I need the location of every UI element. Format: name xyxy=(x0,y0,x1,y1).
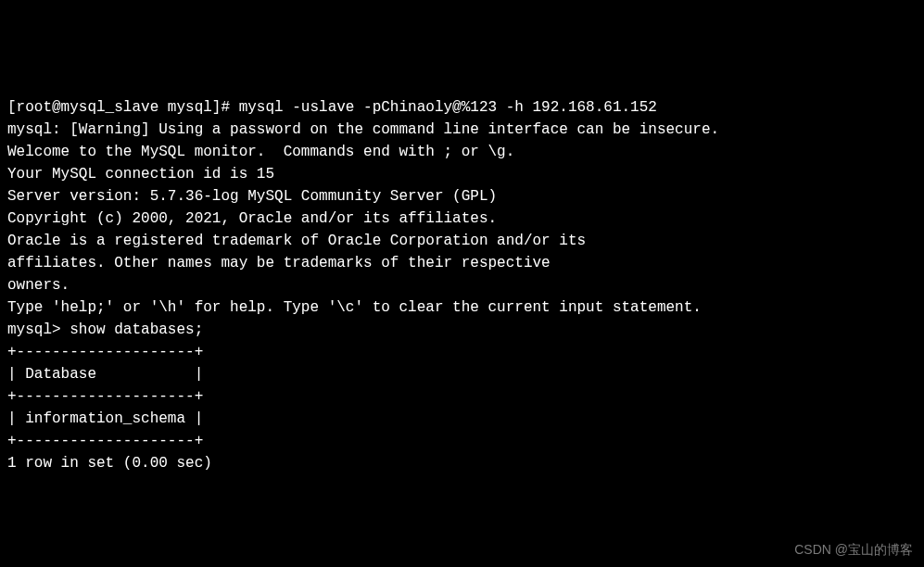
table-border-top: +--------------------+ xyxy=(7,341,917,363)
connection-id-line: Your MySQL connection id is 15 xyxy=(7,163,917,185)
terminal-output[interactable]: [root@mysql_slave mysql]# mysql -uslave … xyxy=(7,96,917,474)
shell-prompt: [root@mysql_slave mysql]# xyxy=(7,99,239,116)
table-header: | Database | xyxy=(7,363,917,385)
command-line-2: mysql> show databases; xyxy=(7,319,917,341)
trademark-line-3: owners. xyxy=(7,274,917,296)
show-databases-command: show databases; xyxy=(70,321,203,338)
command-line-1: [root@mysql_slave mysql]# mysql -uslave … xyxy=(7,96,917,119)
table-border-mid: +--------------------+ xyxy=(7,385,917,408)
copyright-line: Copyright (c) 2000, 2021, Oracle and/or … xyxy=(7,208,917,230)
server-version-line: Server version: 5.7.36-log MySQL Communi… xyxy=(7,185,917,208)
mysql-prompt: mysql> xyxy=(7,321,70,338)
welcome-line: Welcome to the MySQL monitor. Commands e… xyxy=(7,141,917,163)
result-summary: 1 row in set (0.00 sec) xyxy=(7,452,917,474)
watermark-text: CSDN @宝山的博客 xyxy=(794,540,913,560)
trademark-line-1: Oracle is a registered trademark of Orac… xyxy=(7,230,917,252)
table-row: | information_schema | xyxy=(7,408,917,430)
mysql-command: mysql -uslave -pChinaoly@%123 -h 192.168… xyxy=(239,99,657,116)
table-border-bottom: +--------------------+ xyxy=(7,430,917,452)
trademark-line-2: affiliates. Other names may be trademark… xyxy=(7,252,917,274)
warning-line: mysql: [Warning] Using a password on the… xyxy=(7,119,917,141)
help-line: Type 'help;' or '\h' for help. Type '\c'… xyxy=(7,296,917,319)
